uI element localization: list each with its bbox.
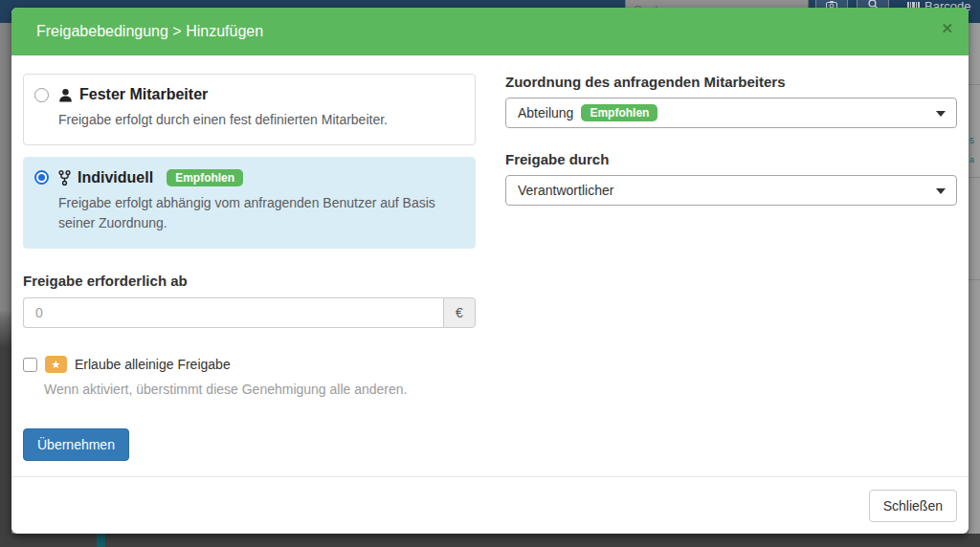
- approver-select[interactable]: Verantwortlicher: [505, 175, 957, 206]
- assignment-label: Zuordnung des anfragenden Mitarbeiters: [505, 74, 957, 90]
- modal-backdrop-right: 5 a: [969, 23, 980, 547]
- amount-label: Freigabe erforderlich ab: [23, 273, 476, 289]
- apply-button[interactable]: Übernehmen: [23, 428, 129, 461]
- radio-fixed-employee[interactable]: [34, 88, 49, 102]
- approver-value: Verantwortlicher: [518, 183, 613, 198]
- modal-body: Fester Mitarbeiter Freigabe erfolgt durc…: [11, 55, 969, 476]
- close-button[interactable]: Schließen: [869, 490, 957, 522]
- modal-header: Freigabebedingung > Hinzufügen ✕: [11, 8, 969, 55]
- option-individual-title: Individuell: [78, 169, 153, 186]
- left-column: Fester Mitarbeiter Freigabe erfolgt durc…: [23, 74, 476, 476]
- chevron-down-icon: [936, 188, 946, 194]
- user-icon: [58, 88, 73, 102]
- assignment-recommended-badge: Empfohlen: [581, 104, 657, 121]
- close-icon[interactable]: ✕: [941, 21, 953, 35]
- assignment-select[interactable]: Abteilung Empfohlen: [505, 98, 957, 128]
- currency-addon: €: [443, 297, 476, 328]
- sole-approval-description: Wenn aktiviert, überstimmt diese Genehmi…: [44, 382, 476, 397]
- sole-approval-checkbox[interactable]: [23, 358, 37, 372]
- amount-input-group: €: [23, 297, 476, 328]
- modal-footer: Schließen: [11, 476, 969, 534]
- approval-condition-modal: Freigabebedingung > Hinzufügen ✕: [11, 8, 969, 534]
- chevron-down-icon: [936, 111, 946, 117]
- radio-individual[interactable]: [34, 170, 49, 185]
- background-accent-bar: [97, 534, 105, 547]
- modal-backdrop-bottom: [0, 534, 980, 547]
- option-individual-description: Freigabe erfolgt abhängig vom anfragende…: [58, 193, 441, 234]
- sole-approval-row: ★ Erlaube alleinige Freigabe: [23, 356, 476, 373]
- recommended-badge: Empfohlen: [167, 169, 243, 186]
- approval-type-option-fixed[interactable]: Fester Mitarbeiter Freigabe erfolgt durc…: [23, 74, 476, 145]
- assignment-value: Abteilung: [518, 105, 573, 120]
- approval-type-option-individual[interactable]: Individuell Empfohlen Freigabe erfolgt a…: [23, 157, 476, 249]
- approver-label: Freigabe durch: [505, 151, 957, 167]
- branch-icon: [58, 170, 71, 186]
- option-fixed-description: Freigabe erfolgt durch einen fest defini…: [58, 110, 441, 131]
- right-column: Zuordnung des anfragenden Mitarbeiters A…: [505, 74, 957, 476]
- amount-input[interactable]: [23, 297, 443, 328]
- option-fixed-title: Fester Mitarbeiter: [79, 86, 208, 103]
- modal-backdrop-left: [0, 23, 11, 547]
- modal-title: Freigabebedingung > Hinzufügen: [36, 23, 263, 40]
- screen: Barcode 5 a Freigabebedingung > Hinzufüg…: [0, 0, 980, 547]
- star-icon: ★: [45, 356, 67, 373]
- sole-approval-label[interactable]: Erlaube alleinige Freigabe: [75, 357, 231, 372]
